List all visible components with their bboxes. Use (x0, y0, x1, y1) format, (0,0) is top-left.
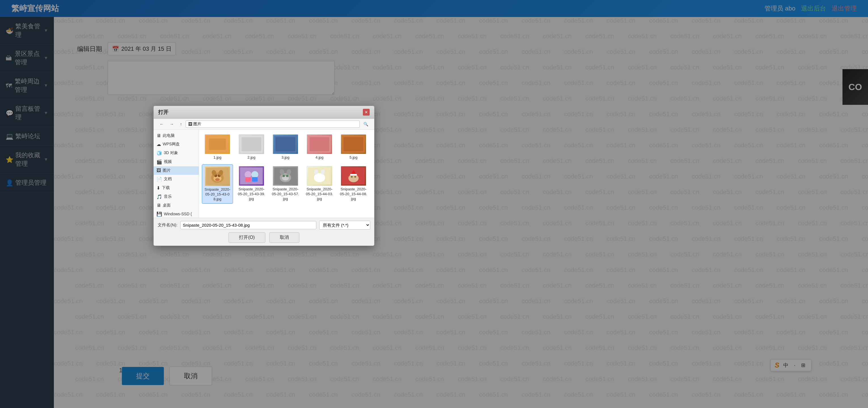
pictures-label: 图片 (163, 168, 170, 173)
dialog-forward-button[interactable]: → (167, 121, 176, 127)
svg-rect-9 (344, 137, 364, 151)
dialog-overlay: 打开 ✕ ← → ↑ 🖼 图片 🔍 🖥 此电脑 ☁ (0, 0, 868, 408)
pictures-icon: 🖼 (156, 168, 161, 173)
file-thumb-5 (341, 134, 366, 154)
svg-point-39 (354, 176, 356, 178)
dialog-footer-buttons: 打开(O) 取消 (158, 232, 370, 243)
file-label-3: 3.jpg (281, 155, 289, 160)
file-item-1[interactable]: 1.jpg (202, 133, 233, 162)
svg-point-26 (283, 175, 285, 177)
file-item-snip1[interactable]: Snipaste_2020-05-20_15-43-08.jpg (202, 164, 233, 204)
file-label-2: 2.jpg (247, 155, 255, 160)
music-label: 音乐 (164, 194, 172, 199)
file-label-snip4: Snipaste_2020-05-20_15-44-03.jpg (306, 187, 333, 201)
windows-ssd-icon: 💾 (156, 211, 162, 217)
dialog-footer-filename-row: 文件名(N): 所有文件 (*.*) (158, 221, 370, 229)
file-thumb-snip5 (341, 166, 366, 186)
svg-point-37 (348, 174, 359, 182)
dialog-up-button[interactable]: ↑ (178, 121, 185, 127)
nav-wps-cloud[interactable]: ☁ WPS网盘 (154, 140, 199, 149)
dialog-cancel-button[interactable]: 取消 (269, 232, 299, 243)
path-text: 图片 (193, 122, 201, 127)
file-item-3[interactable]: 3.jpg (270, 133, 301, 162)
wps-cloud-label: WPS网盘 (163, 142, 180, 147)
videos-label: 视频 (164, 159, 172, 164)
svg-rect-21 (245, 177, 251, 182)
nav-music[interactable]: 🎵 音乐 (154, 192, 199, 201)
dialog-open-button[interactable]: 打开(O) (228, 232, 265, 243)
filename-input[interactable] (180, 221, 316, 229)
dialog-close-button[interactable]: ✕ (363, 109, 370, 116)
file-item-snip5[interactable]: Snipaste_2020-05-20_15-44-08.jpg (338, 164, 369, 204)
this-pc-icon: 🖥 (156, 133, 161, 138)
nav-desktop[interactable]: 🖥 桌面 (154, 201, 199, 210)
filetype-select[interactable]: 所有文件 (*.*) (319, 221, 370, 229)
file-item-5[interactable]: 5.jpg (338, 133, 369, 162)
file-thumb-3 (273, 134, 298, 154)
downloads-label: 下载 (162, 185, 170, 190)
dialog-path-bar: 🖼 图片 (186, 120, 360, 128)
file-label-5: 5.jpg (349, 155, 358, 160)
file-thumb-snip3 (273, 166, 298, 186)
nav-documents[interactable]: 📄 文档 (154, 175, 199, 184)
file-thumb-1 (205, 134, 230, 154)
3d-label: 3D 对象 (164, 151, 178, 156)
file-item-4[interactable]: 4.jpg (304, 133, 335, 162)
wps-cloud-icon: ☁ (156, 142, 161, 147)
dialog-body: 🖥 此电脑 ☁ WPS网盘 🧊 3D 对象 🎬 视频 🖼 图片 (154, 130, 374, 218)
nav-videos[interactable]: 🎬 视频 (154, 158, 199, 166)
file-label-snip1: Snipaste_2020-05-20_15-43-08.jpg (204, 187, 231, 202)
svg-point-38 (351, 176, 353, 178)
dialog-nav-sidebar: 🖥 此电脑 ☁ WPS网盘 🧊 3D 对象 🎬 视频 🖼 图片 (154, 130, 199, 218)
documents-icon: 📄 (156, 177, 162, 182)
svg-point-20 (251, 171, 258, 178)
dialog-back-button[interactable]: ← (157, 121, 166, 127)
file-thumb-snip4 (307, 166, 332, 186)
dialog-titlebar: 打开 ✕ (154, 106, 374, 119)
documents-label: 文档 (164, 177, 172, 182)
dialog-footer: 文件名(N): 所有文件 (*.*) 打开(O) 取消 (154, 218, 374, 246)
dialog-files-area: 1.jpg 2.jpg 3.jpg (199, 130, 374, 218)
svg-rect-3 (242, 137, 261, 151)
file-thumb-2 (239, 134, 264, 154)
svg-point-15 (215, 178, 220, 181)
dialog-title: 打开 (158, 109, 168, 116)
desktop-label: 桌面 (163, 203, 170, 208)
windows-ssd-label: Windows-SSD ( (164, 212, 192, 216)
filename-label: 文件名(N): (158, 222, 178, 228)
svg-rect-5 (276, 137, 296, 151)
file-item-snip3[interactable]: Snipaste_2020-05-20_15-43-57.jpg (270, 164, 301, 204)
music-icon: 🎵 (156, 194, 162, 199)
svg-rect-22 (252, 177, 258, 182)
file-item-snip2[interactable]: Snipaste_2020-05-20_15-43-39.jpg (236, 164, 267, 204)
nav-downloads[interactable]: ⬇ 下载 (154, 184, 199, 192)
svg-rect-7 (310, 137, 330, 151)
dialog-search-button[interactable]: 🔍 (361, 121, 371, 127)
3d-icon: 🧊 (156, 151, 162, 156)
nav-this-pc[interactable]: 🖥 此电脑 (154, 131, 199, 140)
svg-point-31 (314, 173, 325, 182)
file-thumb-4 (307, 134, 332, 154)
file-label-1: 1.jpg (213, 155, 221, 160)
svg-rect-18 (240, 167, 263, 184)
file-item-snip4[interactable]: Snipaste_2020-05-20_15-44-03.jpg (304, 164, 335, 204)
nav-pictures[interactable]: 🖼 图片 (154, 166, 199, 175)
this-pc-label: 此电脑 (163, 133, 175, 138)
svg-rect-1 (209, 138, 226, 150)
path-icon: 🖼 (188, 122, 192, 126)
dialog-toolbar: ← → ↑ 🖼 图片 🔍 (154, 119, 374, 130)
videos-icon: 🎬 (156, 159, 162, 165)
file-label-snip2: Snipaste_2020-05-20_15-43-39.jpg (238, 187, 265, 201)
file-item-2[interactable]: 2.jpg (236, 133, 267, 162)
file-label-snip3: Snipaste_2020-05-20_15-43-57.jpg (272, 187, 299, 201)
downloads-icon: ⬇ (156, 185, 160, 191)
svg-point-27 (286, 175, 288, 177)
file-thumb-snip1 (205, 166, 230, 186)
file-label-4: 4.jpg (315, 155, 323, 160)
file-open-dialog: 打开 ✕ ← → ↑ 🖼 图片 🔍 🖥 此电脑 ☁ (153, 106, 374, 246)
nav-3d[interactable]: 🧊 3D 对象 (154, 149, 199, 158)
nav-windows-ssd[interactable]: 💾 Windows-SSD ( (154, 210, 199, 218)
file-thumb-snip2 (239, 166, 264, 186)
svg-point-19 (245, 171, 251, 178)
file-label-snip5: Snipaste_2020-05-20_15-44-08.jpg (340, 187, 367, 201)
